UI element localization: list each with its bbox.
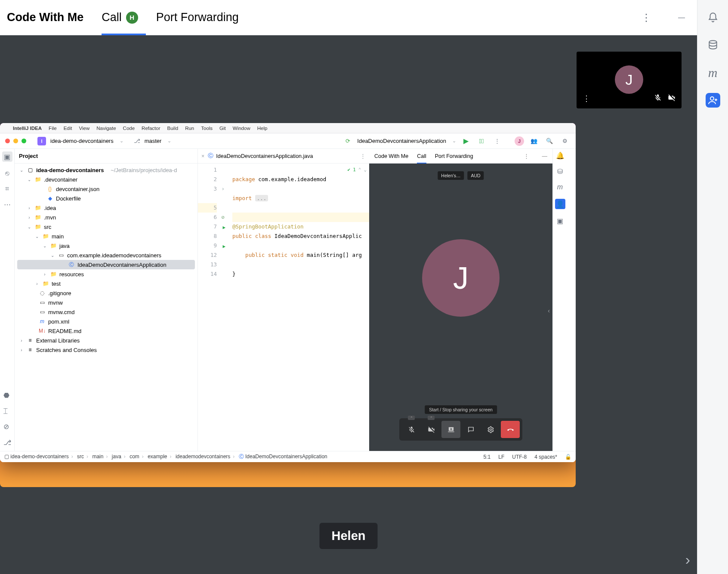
- menu-build[interactable]: Build: [167, 126, 179, 131]
- menu-view[interactable]: View: [79, 126, 89, 131]
- notifications-icon[interactable]: [706, 10, 720, 25]
- indent[interactable]: 4 spaces*: [534, 454, 557, 460]
- leave-call-button[interactable]: [501, 421, 520, 438]
- run-config-name[interactable]: IdeaDemoDevcontainersApplication: [357, 138, 446, 144]
- window-controls[interactable]: [5, 139, 26, 143]
- tree-node[interactable]: ›📁test: [15, 279, 197, 288]
- inspection-widget[interactable]: ✔1⌃⌄: [348, 165, 367, 175]
- user-avatar[interactable]: J: [515, 136, 524, 146]
- gutter-run-icon[interactable]: ▶: [222, 242, 225, 251]
- git-tool-icon[interactable]: ⎇: [3, 438, 11, 447]
- outer-more-icon[interactable]: ⋮: [638, 9, 655, 26]
- menu-code[interactable]: Code: [123, 126, 135, 131]
- window-tool-icon[interactable]: ▣: [557, 217, 563, 225]
- search-icon[interactable]: 🔍: [544, 136, 555, 147]
- tree-node[interactable]: ›📁.mvn: [15, 213, 197, 222]
- project-tree[interactable]: Project ⌄▢idea-demo-devcontainers ~/JetB…: [15, 149, 198, 451]
- menu-run[interactable]: Run: [185, 126, 194, 131]
- outer-tab-cwm[interactable]: Code With Me: [7, 11, 83, 24]
- expand-chevron-icon[interactable]: ›: [685, 551, 690, 568]
- inner-more-icon[interactable]: ⋮: [524, 153, 529, 159]
- maven-tool-icon[interactable]: m: [557, 183, 563, 191]
- tree-node[interactable]: ⌄📁.devcontainer: [15, 175, 197, 184]
- more-icon[interactable]: ⋮: [491, 136, 503, 147]
- pip-cam-off-icon[interactable]: [668, 94, 676, 103]
- terminal-tool-icon[interactable]: ⌶: [3, 407, 11, 415]
- mic-toggle-button[interactable]: ⌃: [402, 421, 421, 438]
- editor[interactable]: × ⒸIdeaDemoDevcontainersApplication.java…: [198, 149, 369, 451]
- inner-tab-call[interactable]: Call: [417, 149, 426, 164]
- menu-navigate[interactable]: Navigate: [96, 126, 116, 131]
- line-sep[interactable]: LF: [498, 454, 504, 460]
- encoding[interactable]: UTF-8: [512, 454, 527, 460]
- tree-node[interactable]: ⌄▭com.example.ideademodevcontainers: [15, 250, 197, 260]
- inner-tab-cwm[interactable]: Code With Me: [374, 149, 408, 164]
- chip-audio[interactable]: AUD: [468, 171, 484, 180]
- chip-user[interactable]: Helen's…: [438, 171, 464, 180]
- call-settings-button[interactable]: [481, 421, 500, 438]
- outer-tab-port[interactable]: Port Forwarding: [156, 0, 239, 35]
- tree-scratches[interactable]: ›≡Scratches and Consoles: [15, 345, 197, 355]
- breadcrumb[interactable]: ▢ idea-demo-devcontainers› src› main› ja…: [4, 453, 327, 460]
- menu-file[interactable]: File: [49, 126, 57, 131]
- menu-window[interactable]: Window: [233, 126, 250, 131]
- editor-more-icon[interactable]: ⋮: [360, 153, 366, 159]
- database-icon[interactable]: [706, 38, 720, 52]
- debug-button[interactable]: ⌄⃝: [476, 136, 487, 147]
- self-video-pip[interactable]: J ⋮: [577, 52, 682, 108]
- tree-file[interactable]: mpom.xml: [15, 317, 197, 326]
- pip-more-icon[interactable]: ⋮: [583, 94, 590, 103]
- readonly-icon[interactable]: 🔓: [565, 454, 571, 460]
- branch-icon[interactable]: ⎇: [134, 138, 140, 144]
- tree-node[interactable]: ⌄📁main: [15, 231, 197, 241]
- tree-file[interactable]: M↓README.md: [15, 326, 197, 336]
- tree-ext-libs[interactable]: ›≡External Libraries: [15, 336, 197, 345]
- settings-icon[interactable]: ⚙: [559, 136, 571, 147]
- tree-node[interactable]: ›📁resources: [15, 269, 197, 279]
- chat-button[interactable]: [461, 421, 480, 438]
- tree-file[interactable]: ▭mvnw.cmd: [15, 307, 197, 317]
- menu-tools[interactable]: Tools: [201, 126, 213, 131]
- inner-minimize-icon[interactable]: —: [542, 153, 548, 159]
- project-tool-icon[interactable]: ▣: [2, 151, 12, 162]
- branch-name[interactable]: master: [145, 138, 162, 144]
- tree-node[interactable]: ⌄📁java: [15, 241, 197, 250]
- camera-toggle-button[interactable]: ⌃: [422, 421, 441, 438]
- database-tool-icon[interactable]: ⛁: [557, 167, 563, 176]
- pip-mic-muted-icon[interactable]: [654, 94, 662, 103]
- tree-root[interactable]: ⌄▢idea-demo-devcontainers ~/JetBrains/pr…: [15, 165, 197, 175]
- outer-minimize-icon[interactable]: —: [673, 9, 690, 26]
- problems-tool-icon[interactable]: ⊘: [3, 423, 11, 431]
- gutter-run-icon[interactable]: ▶: [222, 223, 225, 232]
- menu-refactor[interactable]: Refactor: [142, 126, 160, 131]
- chevron-down-icon[interactable]: ⌄: [452, 138, 456, 144]
- menu-edit[interactable]: Edit: [64, 126, 72, 131]
- close-tab-icon[interactable]: ×: [201, 153, 204, 159]
- menu-git[interactable]: Git: [219, 126, 226, 131]
- screen-share-button[interactable]: [441, 421, 460, 438]
- code-area[interactable]: package package com.example.ideademodcom…: [221, 164, 369, 451]
- tree-file[interactable]: ▭mvnw: [15, 298, 197, 307]
- project-name[interactable]: idea-demo-devcontainers: [50, 138, 114, 144]
- tree-file-selected[interactable]: ⒸIdeaDemoDevcontainersApplication: [17, 260, 195, 269]
- maven-icon[interactable]: m: [706, 65, 720, 80]
- cwm-icon[interactable]: 👥: [528, 136, 540, 147]
- menu-help[interactable]: Help: [257, 126, 268, 131]
- ide-window[interactable]: IntelliJ IDEA File Edit View Navigate Co…: [0, 123, 576, 462]
- cwm-person-icon[interactable]: [706, 93, 720, 108]
- cwm-tool-icon[interactable]: 👤: [555, 199, 565, 209]
- tree-node[interactable]: ⌄📁src: [15, 222, 197, 231]
- run-button[interactable]: ▶: [460, 136, 472, 147]
- more-tools-icon[interactable]: ⋯: [4, 201, 11, 209]
- services-tool-icon[interactable]: ⬣: [3, 391, 11, 399]
- outer-tab-call[interactable]: Call H: [102, 0, 138, 35]
- notifications-icon[interactable]: 🔔: [556, 151, 565, 160]
- chevron-left-icon[interactable]: ‹: [548, 307, 550, 314]
- editor-tab[interactable]: ⒸIdeaDemoDevcontainersApplication.java: [208, 152, 313, 160]
- tree-file[interactable]: ◌.gitignore: [15, 288, 197, 298]
- menu-appname[interactable]: IntelliJ IDEA: [13, 126, 42, 131]
- chevron-down-icon[interactable]: ⌄: [120, 138, 123, 144]
- tree-file[interactable]: {}devcontainer.json: [15, 184, 197, 194]
- tree-file[interactable]: ◆Dockerfile: [15, 194, 197, 203]
- inner-tab-port[interactable]: Port Forwarding: [435, 149, 473, 164]
